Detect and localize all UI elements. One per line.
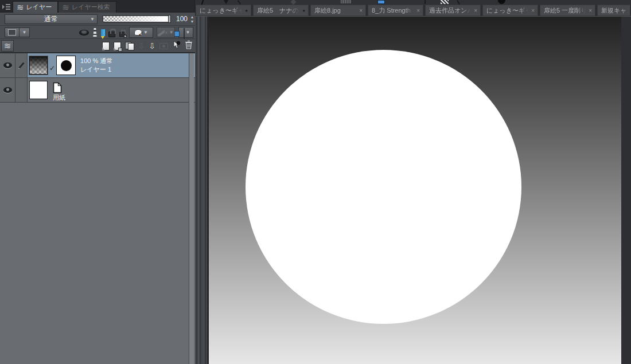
clip-to-layer-below-icon[interactable] (79, 30, 89, 36)
palette-color-combo[interactable]: ▼ (5, 28, 30, 37)
layer-name[interactable]: 用紙 (53, 93, 65, 102)
palette-header: ≋ レイヤー ≋ レイヤー検索 (0, 0, 194, 13)
canvas[interactable] (209, 17, 621, 364)
layer-mask-thumbnail[interactable] (56, 56, 76, 75)
lock-layer-icon[interactable] (108, 32, 115, 37)
check-icon: ✓ (138, 30, 143, 38)
shape-tool-icon[interactable] (291, 0, 297, 5)
chevron-down-icon: ▼ (186, 30, 190, 35)
document-tab[interactable]: にょっき〜ギャ5/16 ● (196, 5, 251, 16)
opacity-value[interactable]: 100 (174, 15, 188, 23)
chevron-down-icon[interactable]: ▼ (20, 28, 30, 37)
swatch-inner (8, 29, 16, 36)
active-tool-icon[interactable] (377, 0, 385, 4)
layer-row-layer1[interactable]: ✓ 100 % 通常 レイヤー 1 (0, 53, 195, 78)
stepper-up-icon[interactable]: ▲ (189, 15, 195, 19)
close-icon[interactable]: × (587, 7, 595, 14)
tab-layer[interactable]: ≋ レイヤー (13, 1, 58, 13)
layer-property-row: ▼ ✓ ▼ × ▼ (0, 26, 195, 39)
checker-badge (124, 34, 127, 37)
canvas-right-gutter (621, 17, 631, 364)
marker-tool-icon[interactable] (424, 0, 426, 4)
eye-icon[interactable] (3, 87, 12, 93)
copy-layer-icon[interactable] (125, 42, 134, 50)
layer-command-row: ≋ ⇩ ⇩ (0, 39, 195, 53)
document-tab-label: 新規キャンバ (598, 6, 630, 15)
collapsed-panel-edge[interactable] (195, 17, 209, 364)
pen-tool-icon[interactable] (237, 0, 241, 5)
document-tab-label: にょっき〜ギャ5/16 (196, 6, 244, 15)
layer-name[interactable]: レイヤー 1 (80, 65, 112, 74)
layer-search-icon: ≋ (62, 4, 69, 11)
layers-icon: ≋ (17, 4, 24, 11)
blend-mode-select[interactable]: 通常 ▼ (5, 14, 98, 24)
layers-icon: ≋ (4, 42, 11, 49)
opacity-slider[interactable] (103, 15, 171, 22)
opacity-stepper[interactable]: ▲ ▼ (189, 14, 195, 24)
document-tab[interactable]: 扉絵8.jpg × (310, 5, 366, 16)
blend-opacity-row: 通常 ▼ 100 ▲ ▼ (0, 13, 195, 26)
palette-menu-icon[interactable] (1, 2, 11, 11)
grid-icon[interactable] (341, 0, 351, 3)
document-tab[interactable]: 過去作品オンパレ × (425, 5, 481, 16)
artwork-circle (246, 50, 521, 324)
layer-row-content[interactable]: 用紙 (28, 78, 195, 102)
enable-layer-mask-button[interactable]: ✓ ▼ (129, 27, 153, 38)
paper-thumbnail[interactable] (29, 81, 48, 99)
ruler-range-icon (158, 29, 165, 36)
close-icon[interactable]: × (530, 7, 537, 14)
opacity-slider-handle[interactable] (168, 15, 171, 23)
modified-dot-icon[interactable]: ● (244, 8, 251, 13)
close-icon[interactable]: × (415, 7, 423, 14)
new-raster-layer-icon[interactable] (102, 42, 110, 50)
layer-thumbnail[interactable] (29, 56, 48, 75)
apply-mask-icon[interactable] (172, 41, 181, 52)
blend-mode-value: 通常 (44, 15, 58, 23)
transparency-checker-icon[interactable] (441, 0, 449, 4)
layer-color-back-square (184, 28, 185, 39)
document-tab-label: 扉絵5 一度削りま (540, 6, 587, 15)
eye-icon[interactable] (3, 62, 12, 68)
line-tool-icon[interactable] (201, 0, 204, 5)
ruler-x-icon: × (165, 30, 168, 36)
reference-layer-icon[interactable] (92, 28, 98, 37)
close-icon[interactable]: × (358, 7, 365, 14)
close-icon[interactable]: × (473, 7, 480, 14)
layer-row-content[interactable]: ✓ 100 % 通常 レイヤー 1 (28, 53, 195, 77)
brush-tool-icon[interactable] (457, 0, 460, 5)
layer-list-scrollbar[interactable] (189, 53, 194, 364)
editing-cell (15, 53, 28, 77)
document-tab[interactable]: 新規キャンバ (597, 5, 630, 16)
toolbar-strip (195, 0, 631, 5)
document-tab[interactable]: 扉絵5 一度削りま × (540, 5, 595, 16)
layer-list: ✓ 100 % 通常 レイヤー 1 用紙 (0, 53, 195, 364)
palette-color-swatch[interactable] (5, 28, 20, 37)
document-tab-label: 扉絵8.jpg (311, 6, 358, 15)
visibility-cell[interactable] (0, 53, 15, 77)
cursor-tool-icon[interactable] (224, 0, 228, 4)
circle-tool-icon[interactable] (498, 0, 505, 4)
tab-layer-search[interactable]: ≋ レイヤー検索 (58, 1, 116, 13)
document-tab[interactable]: 8_力 Strength × (368, 5, 423, 16)
visibility-cell[interactable] (0, 78, 15, 102)
chevron-down-icon: ▼ (143, 30, 148, 35)
palette-dock-button[interactable]: ≋ (1, 40, 14, 52)
lock-transparent-pixels-icon[interactable] (119, 32, 125, 37)
mask-circle-shape (61, 60, 72, 71)
merge-with-lower-icon[interactable]: ⇩ (149, 42, 155, 50)
ruler-range-button: × ▼ (157, 27, 175, 38)
draft-layer-icon[interactable] (101, 29, 105, 36)
document-tab[interactable]: にょっき〜ギャ1/16 × (482, 5, 538, 16)
layer-row-paper[interactable]: 用紙 (0, 78, 195, 103)
tab-layer-search-label: レイヤー検索 (72, 3, 110, 11)
layer-color-button[interactable]: ▼ (178, 27, 193, 38)
chevron-down-icon: ▼ (169, 30, 174, 35)
modified-dot-icon[interactable]: ● (301, 8, 308, 13)
new-layer-folder-icon[interactable] (114, 42, 121, 50)
document-tab[interactable]: 扉絵5 ナナの花 ● (253, 5, 309, 16)
mask-enabled-check-icon[interactable]: ✓ (49, 64, 55, 72)
stepper-down-icon[interactable]: ▼ (189, 19, 195, 24)
transfer-to-lower-icon: ⇩ (138, 42, 145, 50)
delete-layer-icon[interactable] (185, 40, 193, 52)
app-window: ≋ レイヤー ≋ レイヤー検索 通常 ▼ 100 ▲ ▼ (0, 0, 631, 364)
